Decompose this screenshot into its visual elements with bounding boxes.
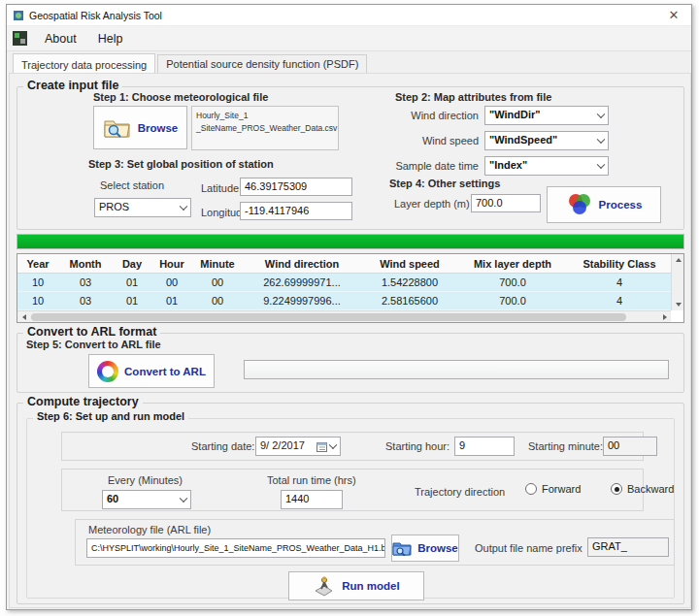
- tab-trajectory-data-processing[interactable]: Trajectory data processing: [13, 53, 155, 75]
- col-mix-layer-depth[interactable]: Mix layer depth: [458, 258, 567, 270]
- sample-date-time-label: Sample date time: [389, 160, 479, 172]
- cell: 10: [17, 276, 58, 288]
- every-minutes-value: 60: [107, 493, 118, 504]
- layer-depth-input[interactable]: 700.0: [471, 194, 541, 212]
- table-horizontal-scrollbar[interactable]: [17, 310, 671, 322]
- cell: 01: [113, 276, 151, 288]
- scroll-right-icon[interactable]: [658, 311, 671, 323]
- close-icon[interactable]: ✕: [666, 8, 682, 23]
- scrollbar-thumb[interactable]: [31, 313, 626, 321]
- step1-browse-button[interactable]: Browse: [93, 106, 187, 149]
- table-header-row: Year Month Day Hour Minute Wind directio…: [17, 254, 671, 274]
- table-vertical-scrollbar[interactable]: [671, 254, 683, 310]
- cell: 4: [567, 295, 671, 307]
- col-minute[interactable]: Minute: [192, 258, 243, 270]
- col-year[interactable]: Year: [17, 258, 58, 270]
- step5-title: Step 5: Convert to ARL file: [26, 339, 161, 350]
- scroll-left-icon[interactable]: [17, 311, 30, 323]
- create-input-file-title: Create input file: [23, 79, 122, 92]
- calendar-icon: [316, 441, 327, 452]
- met-browse-label: Browse: [417, 542, 458, 554]
- scroll-down-icon[interactable]: [672, 299, 684, 310]
- chevron-down-icon: [597, 161, 605, 169]
- cell: 1.54228800: [361, 276, 458, 288]
- table-row[interactable]: 10 03 01 01 00 9.2249997996... 2.5816560…: [17, 292, 671, 310]
- menu-about[interactable]: About: [41, 30, 81, 48]
- convert-arl-title: Convert to ARL format: [23, 325, 160, 339]
- cell: 00: [151, 276, 192, 288]
- col-month[interactable]: Month: [58, 258, 113, 270]
- chevron-down-icon: [180, 495, 187, 503]
- compute-trajectory-title: Compute trajectory: [23, 395, 143, 408]
- wind-speed-value: "WindSpeed": [489, 134, 557, 146]
- col-hour[interactable]: Hour: [151, 258, 192, 270]
- starting-hour-label: Starting hour:: [385, 440, 449, 452]
- starting-minute-input[interactable]: 00: [603, 437, 657, 456]
- starting-minute-label: Starting minute:: [528, 440, 603, 452]
- starting-date-label: Starting date:: [191, 440, 254, 452]
- process-label: Process: [599, 199, 643, 211]
- longitude-input[interactable]: -119.4117946: [240, 202, 352, 220]
- sample-date-time-combo[interactable]: "Index": [484, 156, 609, 176]
- select-station-label: Select station: [100, 179, 164, 191]
- wind-speed-combo[interactable]: "WindSpeed": [484, 131, 609, 150]
- wind-speed-label: Wind speed: [399, 135, 479, 146]
- radio-forward[interactable]: Forward: [525, 483, 581, 495]
- step6-title: Step 6: Set up and run model: [33, 410, 188, 422]
- wind-direction-label: Wind direction: [399, 110, 479, 121]
- output-prefix-label: Output file name prefix: [475, 542, 582, 554]
- starting-hour-input[interactable]: 9: [454, 437, 515, 456]
- folder-search-icon: [103, 116, 132, 140]
- rgb-circles-icon: [566, 192, 593, 217]
- wind-direction-combo[interactable]: "WindDir": [484, 106, 609, 125]
- station-combo[interactable]: PROS: [94, 198, 191, 217]
- chevron-down-icon: [597, 136, 605, 144]
- met-browse-button[interactable]: Browse: [391, 535, 459, 562]
- cell: 262.69999971...: [243, 276, 361, 288]
- col-wind-speed[interactable]: Wind speed: [361, 258, 458, 270]
- met-file-input[interactable]: C:\HYSPLIT\working\Hourly_Site_1_SiteNam…: [86, 538, 385, 558]
- col-day[interactable]: Day: [113, 258, 151, 270]
- step2-title: Step 2: Map attributes from file: [395, 91, 551, 103]
- cell: 9.2249997996...: [243, 295, 361, 307]
- table-row[interactable]: 10 03 01 00 00 262.69999971... 1.5422880…: [17, 274, 671, 292]
- run-model-button[interactable]: Run model: [288, 571, 424, 600]
- starting-date-picker[interactable]: 9/ 2/2017: [255, 437, 341, 456]
- runner-icon: [313, 575, 336, 597]
- col-wind-direction[interactable]: Wind direction: [243, 258, 361, 270]
- wind-direction-value: "WindDir": [489, 109, 541, 120]
- met-file-label: Meteorology file (ARL file): [88, 524, 211, 535]
- total-run-time-input[interactable]: 1440: [281, 490, 343, 509]
- menu-help[interactable]: Help: [94, 30, 127, 48]
- convert-to-arl-label: Convert to ARL: [124, 366, 206, 377]
- backward-label: Backward: [627, 483, 674, 495]
- cell: 03: [58, 276, 113, 288]
- file-name-line2: _SiteName_PROS_Weather_Data.csv: [196, 122, 334, 135]
- run-model-label: Run model: [342, 580, 399, 592]
- cell: 700.0: [458, 276, 567, 288]
- chevron-down-icon: [597, 111, 605, 118]
- scroll-up-icon[interactable]: [672, 254, 684, 266]
- total-run-time-label: Total run time (hrs): [267, 474, 356, 486]
- cell: 00: [192, 295, 243, 307]
- tab-psdf[interactable]: Potential source density function (PSDF): [157, 54, 367, 74]
- radio-backward[interactable]: Backward: [611, 483, 674, 495]
- process-button[interactable]: Process: [547, 186, 661, 223]
- weather-data-table: Year Month Day Hour Minute Wind directio…: [17, 253, 684, 323]
- station-value: PROS: [99, 201, 129, 212]
- cell: 00: [192, 276, 243, 288]
- latitude-input[interactable]: 46.39175309: [240, 178, 352, 196]
- output-prefix-input[interactable]: GRAT_: [587, 537, 669, 557]
- process-progress-bar: [17, 234, 684, 249]
- title-bar: Geospatial Risk Analysis Tool ✕: [7, 5, 691, 26]
- menu-app-icon: [13, 31, 27, 46]
- every-minutes-combo[interactable]: 60: [102, 490, 191, 509]
- sample-date-time-value: "Index": [489, 159, 527, 171]
- rainbow-ring-icon: [97, 361, 118, 382]
- convert-to-arl-button[interactable]: Convert to ARL: [88, 354, 215, 388]
- file-name-line1: Hourly_Site_1: [196, 110, 334, 122]
- step1-browse-label: Browse: [138, 122, 179, 134]
- every-minutes-label: Every (Minutes): [108, 474, 183, 486]
- radio-selected-icon: [611, 483, 622, 495]
- col-stability-class[interactable]: Stability Class: [567, 258, 671, 270]
